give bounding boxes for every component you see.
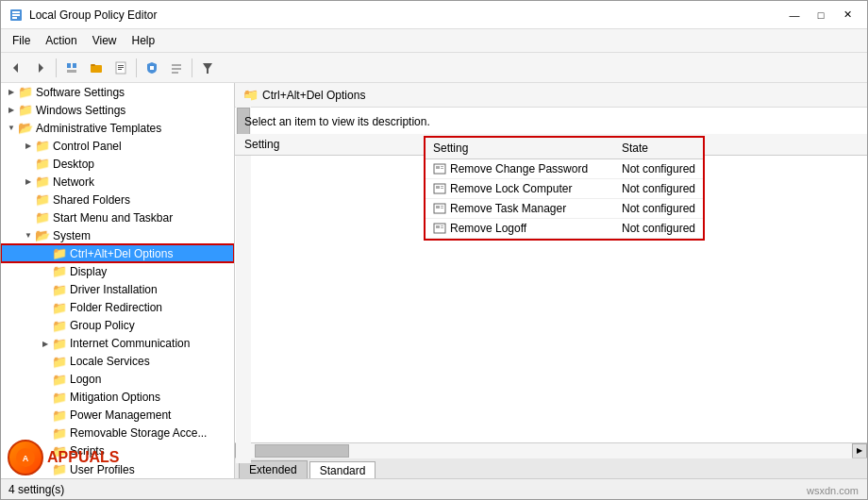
setting-state-4: Not configured — [614, 219, 703, 239]
svg-rect-8 — [67, 70, 76, 73]
tree-item-admin-templates[interactable]: 📂 Administrative Templates — [1, 119, 234, 137]
toolbar-up[interactable] — [60, 57, 83, 79]
horizontal-scrollbar: ◀ ▶ — [235, 442, 867, 458]
folder-icon-windows: 📁 — [18, 104, 33, 117]
toolbar-folder[interactable] — [85, 57, 108, 79]
menu-view[interactable]: View — [85, 31, 125, 50]
svg-rect-27 — [441, 188, 443, 189]
table-row[interactable]: Remove Task Manager Not configured — [426, 199, 703, 219]
folder-icon-admin: 📂 — [18, 122, 33, 135]
label-shared-folders: Shared Folders — [53, 193, 130, 207]
tree-item-internet-comm[interactable]: 📁 Internet Communication — [1, 335, 234, 353]
svg-rect-30 — [441, 206, 443, 207]
setting-label-1: Remove Change Password — [426, 159, 614, 179]
menu-action[interactable]: Action — [38, 31, 84, 50]
svg-marker-5 — [39, 63, 43, 73]
toolbar — [1, 53, 867, 83]
table-row[interactable]: Remove Lock Computer Not configured — [426, 179, 703, 199]
expand-icon-internet — [39, 337, 52, 350]
main-content: 📁 Software Settings 📁 Windows Settings 📂… — [1, 83, 867, 478]
expand-icon-desktop — [22, 158, 35, 171]
toolbar-forward[interactable] — [29, 57, 52, 79]
svg-rect-6 — [67, 63, 71, 68]
expand-icon-control — [22, 140, 35, 153]
setting-icon-2 — [433, 182, 446, 195]
setting-icon-4 — [433, 222, 446, 235]
right-header: 📁 Ctrl+Alt+Del Options — [235, 83, 867, 108]
label-control-panel: Control Panel — [53, 140, 122, 153]
expand-icon-power — [39, 408, 52, 422]
tree-item-shared-folders[interactable]: 📁 Shared Folders — [1, 191, 234, 208]
title-bar-left: Local Group Policy Editor — [8, 8, 157, 23]
toolbar-sep-2 — [136, 58, 137, 77]
folder-icon-locale: 📁 — [52, 355, 67, 368]
expand-icon-logon — [39, 373, 52, 386]
folder-icon-power: 📁 — [52, 408, 67, 422]
tree-item-mitigation[interactable]: 📁 Mitigation Options — [1, 389, 234, 407]
tree-item-windows-settings[interactable]: 📁 Windows Settings — [1, 101, 234, 119]
label-start-menu: Start Menu and Taskbar — [53, 211, 173, 225]
tree-item-software-settings[interactable]: 📁 Software Settings — [1, 83, 234, 101]
maximize-button[interactable]: □ — [809, 6, 833, 25]
svg-rect-13 — [118, 67, 124, 68]
h-scroll-thumb[interactable] — [255, 444, 349, 458]
appuals-logo-svg: A — [15, 447, 36, 468]
toolbar-filter[interactable] — [196, 57, 219, 79]
label-windows-settings: Windows Settings — [36, 104, 125, 117]
tree-item-locale[interactable]: 📁 Locale Services — [1, 353, 234, 371]
close-button[interactable]: ✕ — [835, 6, 860, 25]
tree-item-power[interactable]: 📁 Power Management — [1, 407, 234, 425]
label-internet-communication: Internet Communication — [70, 337, 190, 350]
tree-item-ctrl-alt-del[interactable]: 📁 Ctrl+Alt+Del Options — [1, 244, 234, 262]
expand-icon-windows — [5, 104, 18, 117]
svg-rect-35 — [441, 227, 443, 228]
setting-label-4: Remove Logoff — [426, 219, 614, 239]
expand-icon-mitigation — [39, 391, 52, 404]
status-count: 4 setting(s) — [8, 483, 64, 496]
label-driver-installation: Driver Installation — [70, 283, 158, 296]
tree-item-group-policy[interactable]: 📁 Group Policy — [1, 317, 234, 335]
svg-rect-7 — [73, 63, 76, 68]
tree-item-driver-installation[interactable]: 📁 Driver Installation — [1, 281, 234, 299]
tree-item-desktop[interactable]: 📁 Desktop — [1, 155, 234, 173]
label-display: Display — [70, 265, 107, 278]
label-software-settings: Software Settings — [36, 86, 125, 99]
toolbar-back[interactable] — [5, 57, 27, 79]
tree-item-control-panel[interactable]: 📁 Control Panel — [1, 137, 234, 155]
folder-icon-removable: 📁 — [52, 426, 67, 440]
left-panel: 📁 Software Settings 📁 Windows Settings 📂… — [1, 83, 235, 478]
h-scroll-track[interactable] — [250, 443, 852, 458]
setting-icon-3 — [433, 202, 446, 215]
label-ctrl-alt-del: Ctrl+Alt+Del Options — [70, 247, 173, 260]
table-row[interactable]: Remove Logoff Not configured — [426, 219, 703, 239]
tree-item-folder-redirection[interactable]: 📁 Folder Redirection — [1, 299, 234, 317]
title-bar-controls: — □ ✕ — [782, 6, 860, 25]
tree-item-display[interactable]: 📁 Display — [1, 262, 234, 280]
h-scroll-right-arrow[interactable]: ▶ — [852, 443, 867, 458]
svg-rect-3 — [12, 17, 17, 19]
menu-help[interactable]: Help — [125, 31, 163, 50]
expand-icon-admin — [5, 122, 18, 135]
menu-bar: File Action View Help — [1, 29, 867, 53]
expand-icon-ctrl — [39, 247, 52, 260]
svg-rect-23 — [441, 168, 443, 169]
toolbar-sep-1 — [56, 58, 57, 77]
label-power-management: Power Management — [70, 408, 171, 422]
toolbar-list[interactable] — [165, 57, 188, 79]
tree-item-logon[interactable]: 📁 Logon — [1, 371, 234, 389]
menu-file[interactable]: File — [5, 31, 38, 50]
minimize-button[interactable]: — — [782, 6, 807, 25]
svg-rect-15 — [150, 66, 154, 70]
tree-item-system[interactable]: 📂 System — [1, 226, 234, 244]
col-state: State — [614, 138, 703, 159]
right-header-title: Ctrl+Alt+Del Options — [262, 89, 365, 102]
tab-standard[interactable]: Standard — [309, 461, 376, 478]
tree-item-network[interactable]: 📁 Network — [1, 173, 234, 191]
appuals-logo: A — [8, 440, 43, 475]
toolbar-doc[interactable] — [109, 57, 132, 79]
toolbar-shield[interactable] — [141, 57, 163, 79]
setting-state-3: Not configured — [614, 199, 703, 219]
folder-icon-network: 📁 — [35, 175, 50, 189]
tree-item-start-menu[interactable]: 📁 Start Menu and Taskbar — [1, 208, 234, 226]
table-row[interactable]: Remove Change Password Not configured — [426, 159, 703, 179]
